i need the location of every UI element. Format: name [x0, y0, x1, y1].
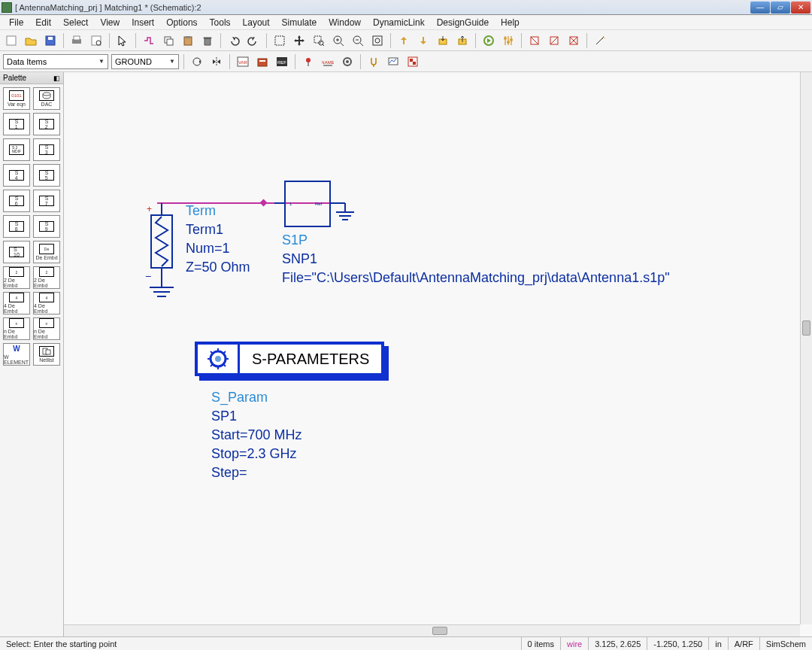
- open-circuit-button[interactable]: [565, 32, 582, 49]
- rotate-button[interactable]: [189, 53, 205, 70]
- palette-s1[interactable]: S1S 1: [3, 113, 30, 135]
- var-button[interactable]: VAR: [235, 53, 251, 70]
- save-button[interactable]: [42, 32, 59, 49]
- menu-select[interactable]: Select: [57, 16, 94, 29]
- snp-file-label[interactable]: File="C:\Users\Default\AntennaMatching_p…: [282, 270, 670, 286]
- sparam-name-label[interactable]: SP1: [211, 409, 237, 424]
- port-button[interactable]: [300, 53, 317, 70]
- term-name-label[interactable]: Term1: [186, 222, 223, 238]
- palette-s2[interactable]: S2S 2: [33, 113, 60, 135]
- pop-button[interactable]: [454, 32, 471, 49]
- zoom-area-button[interactable]: [311, 32, 327, 49]
- menu-window[interactable]: Window: [323, 16, 367, 29]
- menu-file[interactable]: File: [3, 16, 29, 29]
- sparam-type-label[interactable]: S_Param: [211, 390, 268, 405]
- hierarchy-down-button[interactable]: [415, 32, 432, 49]
- sparam-start-label[interactable]: Start=700 MHz: [211, 427, 302, 443]
- menu-options[interactable]: Options: [160, 16, 203, 29]
- minimize-button[interactable]: —: [750, 2, 770, 14]
- palette-s6[interactable]: S6S 6: [3, 190, 30, 212]
- schematic-canvas[interactable]: + − Term Term1 Num=1 Z=50 Ohm 1 Ref: [64, 72, 800, 624]
- component-library-button[interactable]: [254, 53, 271, 70]
- tune-button[interactable]: [500, 32, 517, 49]
- component-combo[interactable]: GROUND▼: [111, 54, 179, 69]
- palette-deembd-nb[interactable]: nn De Embd: [33, 317, 60, 340]
- maximize-button[interactable]: ▱: [771, 2, 790, 14]
- simulate-button[interactable]: [480, 32, 497, 49]
- palette-s4[interactable]: S4S 4: [3, 164, 30, 187]
- wire-button[interactable]: [141, 32, 157, 49]
- palette-deembd-1[interactable]: DeDe Embd: [33, 241, 60, 263]
- palette-s8[interactable]: S8S 8: [3, 215, 30, 238]
- term-num-label[interactable]: Num=1: [186, 241, 230, 257]
- push-button[interactable]: [435, 32, 451, 49]
- mirror-button[interactable]: [208, 53, 225, 70]
- horizontal-scrollbar[interactable]: [64, 624, 800, 636]
- menu-view[interactable]: View: [94, 16, 126, 29]
- scrollbar-thumb[interactable]: [432, 627, 447, 635]
- menu-insert[interactable]: Insert: [126, 16, 160, 29]
- snp-type-label[interactable]: S1P: [282, 232, 308, 248]
- palette-deembd-4a[interactable]: 44 De Embd: [3, 292, 30, 314]
- close-button[interactable]: ✕: [791, 2, 810, 14]
- wand-button[interactable]: [592, 32, 608, 49]
- palette-pin-icon[interactable]: ◧: [53, 74, 60, 82]
- move-button[interactable]: [291, 32, 308, 49]
- palette-deembd-2a[interactable]: 22 De Embd: [3, 266, 30, 289]
- palette-s2mdif[interactable]: S 2MDIFS 2 MDIF: [3, 138, 30, 161]
- print-button[interactable]: [68, 32, 85, 49]
- vertical-scrollbar[interactable]: [800, 72, 812, 624]
- copy-button[interactable]: [160, 32, 177, 49]
- short-button[interactable]: [546, 32, 562, 49]
- menu-layout[interactable]: Layout: [237, 16, 276, 29]
- term-z-label[interactable]: Z=50 Ohm: [186, 260, 250, 275]
- term-component[interactable]: + −: [141, 199, 186, 319]
- palette-deembd-na[interactable]: nn De Embd: [3, 317, 30, 340]
- gear-button[interactable]: [339, 53, 356, 70]
- palette-vareqn[interactable]: 0101Var eqn: [3, 87, 30, 110]
- menu-simulate[interactable]: Simulate: [276, 16, 323, 29]
- new-button[interactable]: [3, 32, 20, 49]
- menu-designguide[interactable]: DesignGuide: [431, 16, 495, 29]
- snp-component[interactable]: 1 Ref: [274, 181, 372, 239]
- zoom-out-button[interactable]: [350, 32, 366, 49]
- layout-button[interactable]: [404, 53, 421, 70]
- ref-button[interactable]: REF: [274, 53, 290, 70]
- deactivate-button[interactable]: [526, 32, 543, 49]
- category-combo[interactable]: Data Items▼: [3, 54, 108, 69]
- open-button[interactable]: [23, 32, 39, 49]
- palette-s9[interactable]: S9S 9: [33, 215, 60, 238]
- zoom-in-button[interactable]: [330, 32, 347, 49]
- pointer-button[interactable]: [114, 32, 131, 49]
- sparam-block[interactable]: S-PARAMETERS: [195, 342, 384, 376]
- menu-tools[interactable]: Tools: [204, 16, 237, 29]
- sparam-stop-label[interactable]: Stop=2.3 GHz: [211, 446, 297, 462]
- palette-s10[interactable]: S10S 10: [3, 241, 30, 263]
- palette-s7[interactable]: S7S 7: [33, 190, 60, 212]
- palette-deembd-4b[interactable]: 44 De Embd: [33, 292, 60, 314]
- palette-s5[interactable]: S5S 5: [33, 164, 60, 187]
- name-button[interactable]: NAME: [320, 53, 336, 70]
- palette-deembd-2b[interactable]: 22 De Embd: [33, 266, 60, 289]
- delete-button[interactable]: [199, 32, 216, 49]
- snp-name-label[interactable]: SNP1: [282, 251, 317, 267]
- menu-dynamiclink[interactable]: DynamicLink: [367, 16, 431, 29]
- scrollbar-thumb[interactable]: [802, 320, 810, 336]
- menu-edit[interactable]: Edit: [29, 16, 57, 29]
- palette-welement[interactable]: WW ELEMENT: [3, 343, 30, 366]
- zoom-fit-button[interactable]: [369, 32, 386, 49]
- data-display-button[interactable]: [385, 53, 401, 70]
- hierarchy-up-button[interactable]: [395, 32, 412, 49]
- redo-button[interactable]: [245, 32, 262, 49]
- undo-button[interactable]: [226, 32, 242, 49]
- sparam-step-label[interactable]: Step=: [211, 465, 247, 481]
- menu-help[interactable]: Help: [495, 16, 526, 29]
- tuning-fork-button[interactable]: [365, 53, 382, 70]
- print-preview-button[interactable]: [88, 32, 105, 49]
- paste-button[interactable]: [180, 32, 196, 49]
- palette-dac[interactable]: DAC: [33, 87, 60, 110]
- select-rect-button[interactable]: [271, 32, 288, 49]
- palette-netlist[interactable]: Netlist: [33, 343, 60, 366]
- palette-s3[interactable]: S3S 3: [33, 138, 60, 161]
- term-type-label[interactable]: Term: [186, 203, 216, 219]
